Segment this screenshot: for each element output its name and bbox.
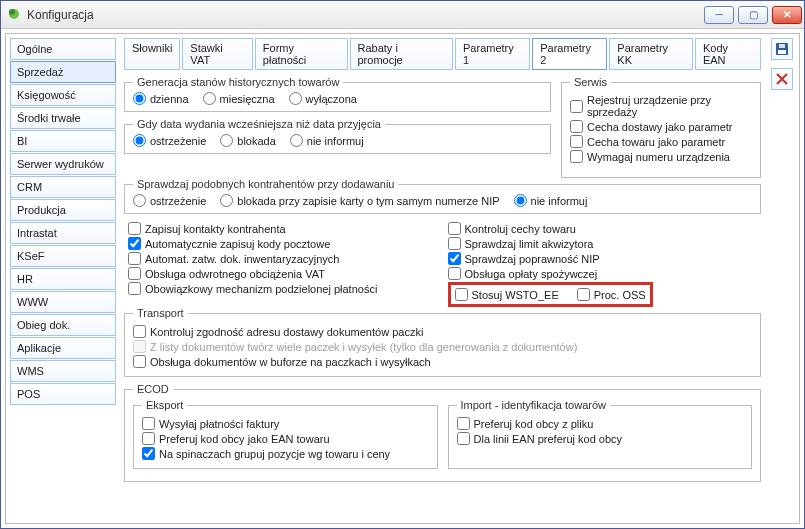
check-num[interactable]: Wymagaj numeru urządzenia [570, 150, 752, 163]
maximize-button[interactable]: ▢ [738, 6, 768, 24]
window-title: Konfiguracja [27, 8, 704, 22]
config-window: Konfiguracja ─ ▢ ✕ OgólneSprzedażKsięgow… [0, 0, 805, 529]
group-data-wyd: Gdy data wydania wcześniejsza niż data p… [124, 118, 551, 154]
content: OgólneSprzedażKsięgowośćŚrodki trwałeBIS… [1, 29, 804, 528]
radio-warn[interactable]: ostrzeżenie [133, 134, 206, 147]
check-r4[interactable]: Obsługa opłaty spożywczej [448, 267, 758, 280]
radio-off[interactable]: wyłączona [289, 92, 357, 105]
check-i1[interactable]: Preferuj kod obcy z pliku [457, 417, 744, 430]
group-kontrahenci: Sprawdzaj podobnych kontrahentów przy do… [124, 178, 761, 214]
group-eksport-legend: Eksport [142, 399, 187, 411]
window-buttons: ─ ▢ ✕ [704, 6, 802, 24]
group-kontrahenci-legend: Sprawdzaj podobnych kontrahentów przy do… [133, 178, 398, 190]
minimize-button[interactable]: ─ [704, 6, 734, 24]
check-r3[interactable]: Sprawdzaj poprawność NIP [448, 252, 758, 265]
radio-block[interactable]: blokada [220, 134, 276, 147]
highlight-box: Stosuj WSTO_EE Proc. OSS [448, 282, 653, 307]
radio-daily[interactable]: dzienna [133, 92, 189, 105]
group-serwis: Serwis Rejestruj urządzenie przy sprzeda… [561, 76, 761, 178]
check-r1[interactable]: Kontroluj cechy towaru [448, 222, 758, 235]
check-e1[interactable]: Wysyłaj płatności faktury [142, 417, 429, 430]
group-gen-hist-legend: Generacja stanów historycznych towarów [133, 76, 343, 88]
check-t2: Z listy dokumentów twórz wiele paczek i … [133, 340, 752, 353]
radio-k-warn[interactable]: ostrzeżenie [133, 194, 206, 207]
titlebar: Konfiguracja ─ ▢ ✕ [1, 1, 804, 29]
close-button[interactable]: ✕ [772, 6, 802, 24]
group-data-wyd-legend: Gdy data wydania wcześniejsza niż data p… [133, 118, 385, 130]
check-e2[interactable]: Preferuj kod obcy jako EAN towaru [142, 432, 429, 445]
group-ecod: ECOD Eksport Wysyłaj płatności faktury P… [124, 383, 761, 482]
check-l3[interactable]: Automat. zatw. dok. inwentaryzacyjnych [128, 252, 438, 265]
check-l5[interactable]: Obowiązkowy mechanizm podzielonej płatno… [128, 282, 438, 295]
group-eksport: Eksport Wysyłaj płatności faktury Prefer… [133, 399, 438, 469]
check-dost[interactable]: Cecha dostawy jako parametr [570, 120, 752, 133]
group-transport-legend: Transport [133, 307, 188, 319]
check-i2[interactable]: Dla linii EAN preferuj kod obcy [457, 432, 744, 445]
check-t1[interactable]: Kontroluj zgodność adresu dostawy dokume… [133, 325, 752, 338]
panel-area: Generacja stanów historycznych towarów d… [124, 76, 761, 519]
main-panel: SłownikiStawki VATFormy płatnościRabaty … [124, 38, 761, 519]
check-l1[interactable]: Zapisuj kontakty kontrahenta [128, 222, 438, 235]
check-reg[interactable]: Rejestruj urządzenie przy sprzedaży [570, 94, 752, 118]
check-l2[interactable]: Automatycznie zapisuj kody pocztowe [128, 237, 438, 250]
radio-monthly[interactable]: miesięczna [203, 92, 275, 105]
check-e3[interactable]: Na spinaczach grupuj pozycje wg towaru i… [142, 447, 429, 460]
group-ecod-legend: ECOD [133, 383, 173, 395]
group-gen-hist: Generacja stanów historycznych towarów d… [124, 76, 551, 112]
check-r2[interactable]: Sprawdzaj limit akwizytora [448, 237, 758, 250]
check-t3[interactable]: Obsługa dokumentów w buforze na paczkach… [133, 355, 752, 368]
svg-point-1 [9, 9, 15, 15]
check-oss[interactable]: Proc. OSS [577, 288, 646, 301]
check-l4[interactable]: Obsługa odwrotnego obciążenia VAT [128, 267, 438, 280]
app-icon [7, 7, 21, 23]
group-serwis-legend: Serwis [570, 76, 611, 88]
group-import-legend: Import - identyfikacja towarów [457, 399, 611, 411]
radio-k-none[interactable]: nie informuj [514, 194, 588, 207]
check-wsto[interactable]: Stosuj WSTO_EE [455, 288, 559, 301]
radio-none[interactable]: nie informuj [290, 134, 364, 147]
group-transport: Transport Kontroluj zgodność adresu dost… [124, 307, 761, 377]
check-tow[interactable]: Cecha towaru jako parametr [570, 135, 752, 148]
group-import: Import - identyfikacja towarów Preferuj … [448, 399, 753, 469]
radio-k-block[interactable]: blokada przy zapisie karty o tym samym n… [220, 194, 499, 207]
